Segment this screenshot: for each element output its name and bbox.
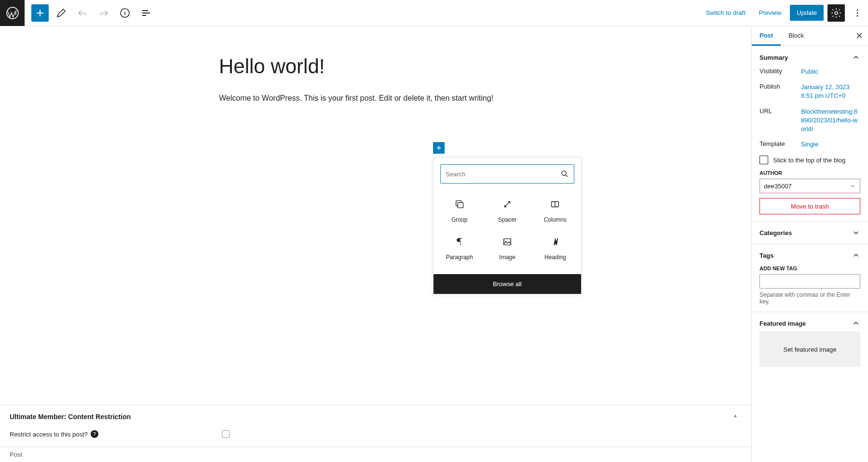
author-value: dee35007 bbox=[764, 183, 792, 190]
settings-button[interactable] bbox=[827, 4, 845, 22]
block-paragraph[interactable]: Paragraph bbox=[435, 230, 483, 267]
panel-categories-header[interactable]: Categories bbox=[760, 228, 860, 237]
chevron-down-icon bbox=[849, 183, 856, 189]
stick-checkbox[interactable] bbox=[760, 156, 768, 164]
redo-icon bbox=[98, 7, 109, 19]
update-button[interactable]: Update bbox=[790, 5, 824, 21]
tools-button[interactable] bbox=[53, 4, 70, 22]
chevron-up-icon bbox=[852, 251, 860, 260]
breadcrumb-post[interactable]: Post bbox=[10, 451, 22, 458]
switch-to-draft-button[interactable]: Switch to draft bbox=[701, 5, 750, 20]
meta-box-body: Restrict access to this post? ? bbox=[10, 428, 742, 447]
panel-featured-image: Featured image Set featured image bbox=[752, 312, 868, 374]
inserter-search-input[interactable] bbox=[446, 171, 560, 178]
add-tag-input[interactable] bbox=[760, 274, 860, 289]
template-value[interactable]: Single bbox=[801, 140, 860, 149]
visibility-value[interactable]: Public bbox=[801, 67, 860, 76]
restrict-checkbox[interactable] bbox=[222, 430, 230, 438]
undo-button[interactable] bbox=[74, 4, 91, 22]
url-value[interactable]: Blockthemetesting:8890/2023/01/hello-wor… bbox=[801, 107, 860, 134]
svg-rect-8 bbox=[458, 202, 463, 208]
post-title[interactable]: Hello world! bbox=[219, 55, 532, 78]
blocks-grid: Group Spacer Columns Paragraph Image bbox=[434, 190, 581, 274]
options-button[interactable] bbox=[849, 4, 866, 22]
tab-post[interactable]: Post bbox=[752, 26, 781, 46]
template-label: Template bbox=[760, 140, 801, 149]
set-featured-image-button[interactable]: Set featured image bbox=[760, 331, 860, 367]
details-button[interactable] bbox=[116, 4, 134, 22]
close-sidebar-button[interactable] bbox=[854, 31, 864, 42]
block-label: Image bbox=[499, 254, 515, 261]
settings-sidebar: Post Block Summary Visibility Public Pub… bbox=[751, 26, 868, 462]
help-icon[interactable]: ? bbox=[91, 430, 98, 438]
block-label: Columns bbox=[544, 216, 567, 223]
info-icon bbox=[119, 7, 131, 19]
undo-icon bbox=[77, 7, 88, 19]
top-toolbar: Switch to draft Preview Update bbox=[0, 0, 868, 26]
plus-icon bbox=[34, 7, 46, 19]
tags-hint: Separate with commas or the Enter key. bbox=[760, 291, 860, 305]
svg-point-3 bbox=[857, 9, 858, 11]
meta-box-title: Ultimate Member: Content Restriction bbox=[10, 413, 131, 421]
post-paragraph[interactable]: Welcome to WordPress. This is your first… bbox=[219, 92, 532, 104]
gear-icon bbox=[830, 7, 842, 19]
paragraph-icon bbox=[454, 237, 465, 247]
outline-button[interactable] bbox=[137, 4, 155, 22]
sidebar-tabs: Post Block bbox=[752, 26, 868, 46]
close-icon bbox=[854, 31, 864, 40]
url-label: URL bbox=[760, 107, 801, 134]
panel-summary-header[interactable]: Summary bbox=[760, 53, 860, 62]
panel-categories-title: Categories bbox=[760, 229, 792, 237]
toggle-inserter-button[interactable] bbox=[31, 4, 49, 22]
inserter-search-wrap bbox=[434, 158, 581, 190]
editor-footer: Post bbox=[0, 447, 751, 462]
inserter-search-field[interactable] bbox=[440, 164, 574, 184]
author-label: AUTHOR bbox=[760, 170, 860, 176]
author-select[interactable]: dee35007 bbox=[760, 179, 860, 193]
preview-button[interactable]: Preview bbox=[754, 5, 786, 20]
panel-tags-header[interactable]: Tags bbox=[760, 251, 860, 260]
block-group[interactable]: Group bbox=[435, 192, 483, 230]
panel-summary-body: Visibility Public Publish January 12, 20… bbox=[760, 67, 860, 214]
svg-point-4 bbox=[857, 12, 858, 13]
columns-icon bbox=[550, 199, 560, 210]
image-icon bbox=[502, 237, 513, 247]
chevron-down-icon bbox=[852, 228, 860, 237]
toolbar-left bbox=[0, 0, 155, 26]
block-columns[interactable]: Columns bbox=[531, 192, 579, 230]
panel-tags-title: Tags bbox=[760, 252, 773, 259]
list-view-icon bbox=[140, 7, 152, 19]
stick-row: Stick to the top of the blog bbox=[760, 156, 860, 164]
meta-box-header[interactable]: Ultimate Member: Content Restriction ▲ bbox=[10, 405, 742, 428]
wordpress-logo[interactable] bbox=[0, 0, 25, 26]
panel-categories: Categories bbox=[752, 222, 868, 244]
publish-value[interactable]: January 12, 2023 8:51 pm UTC+0 bbox=[801, 83, 860, 100]
panel-tags-body: ADD NEW TAG Separate with commas or the … bbox=[760, 265, 860, 305]
row-url: URL Blockthemetesting:8890/2023/01/hello… bbox=[760, 107, 860, 134]
block-label: Group bbox=[451, 216, 467, 223]
row-visibility: Visibility Public bbox=[760, 67, 860, 76]
tab-block[interactable]: Block bbox=[781, 26, 812, 46]
stick-label: Stick to the top of the blog bbox=[773, 157, 845, 164]
block-spacer[interactable]: Spacer bbox=[483, 192, 531, 230]
row-publish: Publish January 12, 2023 8:51 pm UTC+0 bbox=[760, 83, 860, 100]
panel-featured-title: Featured image bbox=[760, 320, 806, 327]
heading-icon bbox=[550, 237, 560, 247]
inline-inserter-button[interactable] bbox=[433, 142, 445, 154]
block-label: Spacer bbox=[498, 216, 516, 223]
panel-featured-header[interactable]: Featured image bbox=[760, 319, 860, 328]
chevron-up-icon bbox=[852, 319, 860, 328]
spacer-icon bbox=[502, 199, 513, 210]
browse-all-button[interactable]: Browse all bbox=[434, 274, 581, 294]
row-template: Template Single bbox=[760, 140, 860, 149]
triangle-up-icon: ▲ bbox=[733, 413, 738, 418]
move-to-trash-button[interactable]: Move to trash bbox=[760, 198, 860, 214]
block-heading[interactable]: Heading bbox=[531, 230, 579, 267]
more-vertical-icon bbox=[852, 7, 863, 19]
meta-box-content-restriction: Ultimate Member: Content Restriction ▲ R… bbox=[0, 405, 751, 447]
block-label: Heading bbox=[544, 254, 566, 261]
block-image[interactable]: Image bbox=[483, 230, 531, 267]
redo-button[interactable] bbox=[95, 4, 112, 22]
panel-summary: Summary Visibility Public Publish Januar… bbox=[752, 46, 868, 222]
publish-label: Publish bbox=[760, 83, 801, 100]
